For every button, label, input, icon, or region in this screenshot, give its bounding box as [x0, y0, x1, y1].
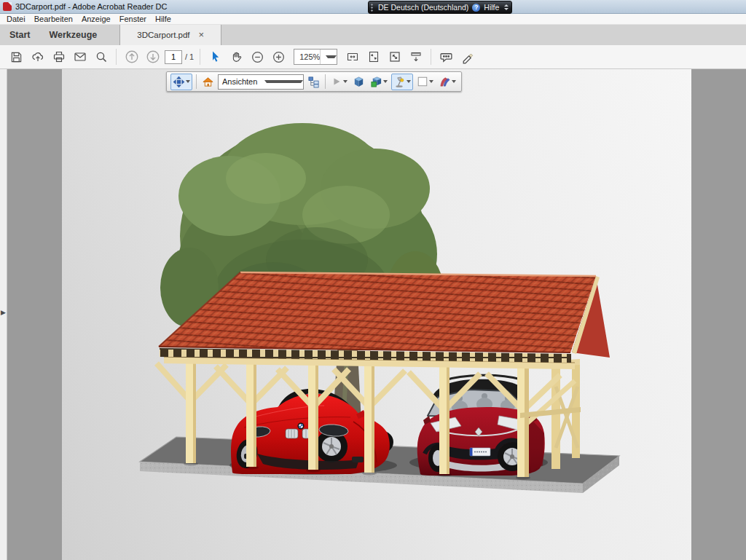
- page-number-input[interactable]: [165, 50, 182, 64]
- cross-section-icon: [439, 76, 451, 88]
- language-layout-label[interactable]: DE Deutsch (Deutschland): [378, 3, 468, 12]
- model-color-cube-icon: [370, 76, 382, 88]
- fit-width-icon: [346, 50, 359, 63]
- model-tree-button[interactable]: [306, 74, 321, 90]
- pan-rotate-icon: [173, 76, 185, 88]
- menu-bar: Datei Bearbeiten Anzeige Fenster Hilfe: [0, 14, 746, 25]
- acrobat-window: 3DCarport.pdf - Adobe Acrobat Reader DC …: [0, 0, 746, 560]
- lamp-icon: [393, 76, 406, 88]
- model-color-button[interactable]: [369, 74, 389, 90]
- fullscreen-button[interactable]: [384, 47, 405, 66]
- language-bar-options-icon[interactable]: [504, 4, 509, 10]
- print-icon: [52, 50, 66, 63]
- search-button[interactable]: [90, 47, 111, 66]
- comment-button[interactable]: [436, 47, 457, 66]
- side-rail: [520, 407, 581, 418]
- language-bar-grip[interactable]: [371, 4, 374, 12]
- language-help-label[interactable]: Hilfe: [484, 3, 499, 12]
- print-button[interactable]: [48, 47, 69, 66]
- zoom-level-value: 125%: [294, 52, 320, 61]
- cloud-upload-icon: [31, 50, 44, 63]
- home-icon: [202, 76, 214, 88]
- fullscreen-icon: [388, 50, 401, 63]
- play-icon: [331, 76, 342, 87]
- background-color-button[interactable]: [415, 74, 435, 90]
- render-mode-cube-icon: [353, 76, 365, 88]
- 3d-model-canvas[interactable]: [62, 69, 691, 560]
- page-total-label: / 1: [185, 52, 194, 61]
- title-bar: 3DCarport.pdf - Adobe Acrobat Reader DC …: [0, 0, 746, 14]
- fit-width-button[interactable]: [342, 47, 363, 66]
- email-icon: [74, 50, 87, 63]
- page-previous-icon: [125, 50, 139, 64]
- zoom-level-dropdown[interactable]: 125%: [294, 49, 337, 65]
- comment-icon: [439, 50, 453, 64]
- save-button[interactable]: [6, 47, 27, 66]
- menu-datei[interactable]: Datei: [2, 15, 30, 23]
- email-button[interactable]: [69, 47, 90, 66]
- close-tab-icon[interactable]: ×: [199, 31, 205, 39]
- tab-start[interactable]: Start: [0, 25, 39, 45]
- menu-fenster[interactable]: Fenster: [115, 15, 151, 23]
- lighting-button[interactable]: [391, 74, 413, 90]
- home-view-button[interactable]: [200, 74, 216, 90]
- windows-language-bar[interactable]: DE Deutsch (Deutschland) ? Hilfe: [368, 1, 512, 14]
- document-area: ▶: [0, 69, 746, 560]
- select-tool-icon: [209, 50, 222, 63]
- model-tree-icon: [307, 76, 320, 88]
- zoom-out-button[interactable]: [247, 47, 268, 66]
- render-mode-button[interactable]: [351, 74, 366, 90]
- document-tab-label: 3DCarport.pdf: [137, 31, 189, 39]
- hand-tool-icon: [230, 50, 243, 63]
- hand-tool-button[interactable]: [226, 47, 247, 66]
- background-color-icon: [417, 76, 428, 87]
- views-dropdown-value: Ansichten: [219, 77, 261, 86]
- cross-section-button[interactable]: [437, 74, 458, 90]
- main-toolbar: / 1 125%: [0, 45, 746, 69]
- pdf-page: Ansichten: [62, 69, 691, 560]
- views-dropdown-caret[interactable]: [261, 80, 303, 83]
- views-dropdown[interactable]: Ansichten: [218, 74, 304, 90]
- zoom-in-button[interactable]: [268, 47, 289, 66]
- page-next-icon: [146, 50, 160, 64]
- zoom-in-icon: [272, 50, 286, 64]
- zoom-dropdown-caret[interactable]: [320, 50, 337, 64]
- pdf-app-icon: [3, 2, 12, 11]
- scroll-mode-button[interactable]: [405, 47, 426, 66]
- 3d-toolbar: Ansichten: [166, 71, 462, 92]
- tab-bar: Start Werkzeuge 3DCarport.pdf ×: [0, 25, 746, 45]
- tab-document[interactable]: 3DCarport.pdf ×: [119, 25, 221, 45]
- carport-roof: [159, 272, 610, 363]
- fit-page-button[interactable]: [363, 47, 384, 66]
- share-upload-button[interactable]: [27, 47, 48, 66]
- select-tool-button[interactable]: [205, 47, 226, 66]
- zoom-out-icon: [251, 50, 264, 64]
- tab-werkzeuge[interactable]: Werkzeuge: [39, 25, 106, 45]
- scroll-mode-icon: [409, 50, 423, 63]
- menu-bearbeiten[interactable]: Bearbeiten: [30, 15, 77, 23]
- language-help-icon[interactable]: ?: [472, 4, 480, 12]
- window-title: 3DCarport.pdf - Adobe Acrobat Reader DC: [15, 2, 168, 11]
- menu-anzeige[interactable]: Anzeige: [77, 15, 115, 23]
- highlight-button[interactable]: [457, 47, 478, 66]
- next-page-button[interactable]: [142, 47, 163, 66]
- nav-pane-expand-handle[interactable]: ▶: [1, 309, 6, 316]
- pan-rotate-button[interactable]: [170, 74, 192, 90]
- save-icon: [10, 51, 23, 63]
- navigation-pane-strip[interactable]: ▶: [0, 69, 7, 560]
- menu-hilfe[interactable]: Hilfe: [151, 15, 176, 23]
- highlight-icon: [460, 50, 474, 64]
- previous-page-button[interactable]: [121, 47, 142, 66]
- fit-page-icon: [367, 50, 380, 63]
- search-icon: [95, 50, 108, 63]
- play-animation-button[interactable]: [329, 74, 349, 90]
